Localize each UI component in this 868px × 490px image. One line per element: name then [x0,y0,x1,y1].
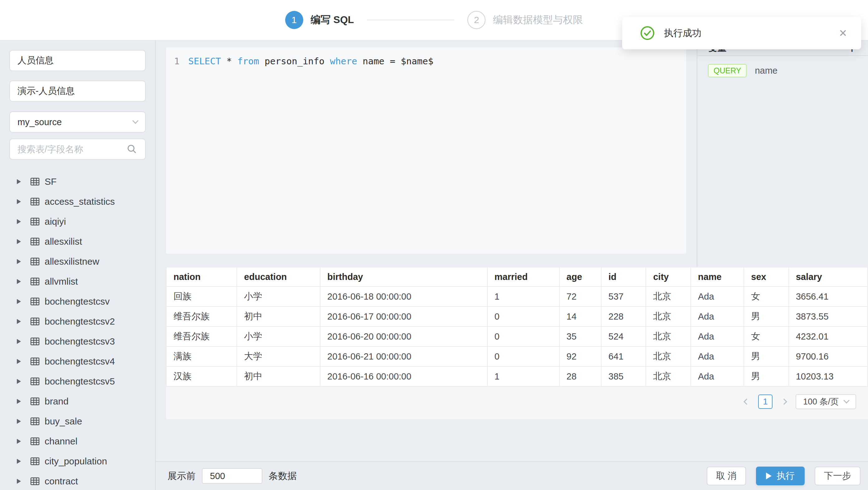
tree-item-buy_sale[interactable]: buy_sale [9,411,146,431]
caret-right-icon[interactable] [17,339,21,344]
table-cell: 男 [744,306,788,327]
next-step-button[interactable]: 下一步 [815,467,861,485]
tree-item-bochengtestcsv5[interactable]: bochengtestcsv5 [9,371,146,391]
tree-item-bochengtestcsv3[interactable]: bochengtestcsv3 [9,332,146,351]
table-cell: Ada [691,327,744,346]
table-cell: 北京 [646,366,690,387]
caret-right-icon[interactable] [17,259,21,264]
table-cell: 2016-06-20 00:00:00 [320,327,487,346]
table-cell: 0 [487,306,559,327]
table-name: city_population [44,456,107,467]
table-tree: SFaccess_statisticsaiqiyiallesxilistalle… [9,172,146,490]
table-row: 维吾尔族小学2016-06-20 00:00:00035524北京Ada女423… [166,327,868,346]
step-2: 2 编辑数据模型与权限 [467,11,583,29]
tree-item-city_population[interactable]: city_population [9,451,146,471]
footer-actions: 取 消 执行 下一步 [707,467,861,485]
dataset-display-name-input[interactable] [9,81,146,102]
table-row: 汉族初中2016-06-16 00:00:00128385北京Ada男10203… [166,366,868,387]
datasource-select[interactable]: my_source [9,112,146,133]
page-size-select[interactable]: 100 条/页 [796,394,856,409]
caret-right-icon[interactable] [17,279,21,284]
table-cell: 女 [744,327,788,346]
pagination: 1 100 条/页 [166,387,868,409]
cancel-button[interactable]: 取 消 [707,467,746,485]
search-field[interactable] [9,139,146,160]
main-area: 1 SELECT * from person_info where name =… [156,40,868,490]
chevron-left-icon [744,399,750,405]
tree-item-contract[interactable]: contract [9,471,146,490]
variable-name: name [755,65,777,76]
table-icon [30,417,40,426]
tree-item-bochengtestcsv4[interactable]: bochengtestcsv4 [9,351,146,371]
dataset-name-input[interactable] [9,50,146,71]
tree-item-aiqiyi[interactable]: aiqiyi [9,212,146,232]
step-1: 1 编写 SQL [285,11,354,29]
close-icon[interactable]: × [839,27,847,40]
caret-right-icon[interactable] [17,179,21,184]
table-name: allesxilistnew [44,256,99,267]
prev-page-button[interactable] [742,397,751,406]
caret-right-icon[interactable] [17,299,21,304]
table-cell: 385 [601,366,646,387]
table-cell: 2016-06-16 00:00:00 [320,366,487,387]
column-header-married: married [487,267,559,286]
table-cell: 2016-06-21 00:00:00 [320,346,487,366]
caret-right-icon[interactable] [17,379,21,384]
caret-right-icon[interactable] [17,239,21,244]
table-cell: 女 [744,286,788,306]
table-cell: Ada [691,306,744,327]
table-name: bochengtestcsv4 [44,356,115,367]
line-number: 1 [174,55,179,67]
execute-button[interactable]: 执行 [756,467,805,485]
caret-right-icon[interactable] [17,479,21,484]
tree-item-SF[interactable]: SF [9,172,146,192]
caret-right-icon[interactable] [17,459,21,464]
column-header-city: city [646,267,690,286]
caret-right-icon[interactable] [17,219,21,224]
table-cell: 92 [559,346,601,366]
table-cell: 北京 [646,346,690,366]
caret-right-icon[interactable] [17,319,21,324]
table-cell: 1 [487,286,559,306]
step-2-badge: 2 [467,11,486,29]
caret-right-icon[interactable] [17,399,21,404]
tree-item-allvmlist[interactable]: allvmlist [9,272,146,292]
table-name: bochengtestcsv5 [44,376,115,387]
column-header-birthday: birthday [320,267,487,286]
table-cell: 641 [601,346,646,366]
table-cell: 10203.13 [789,366,868,387]
table-cell: 维吾尔族 [166,327,237,346]
next-page-button[interactable] [779,397,789,406]
row-limit-input[interactable] [202,468,262,484]
tree-item-bochengtestcsv2[interactable]: bochengtestcsv2 [9,311,146,332]
caret-right-icon[interactable] [17,359,21,364]
table-icon [30,297,40,306]
sql-editor[interactable]: 1 SELECT * from person_info where name =… [166,48,686,254]
caret-right-icon[interactable] [17,419,21,424]
stepper: 1 编写 SQL 2 编辑数据模型与权限 [285,11,583,29]
tree-item-bochengtestcsv[interactable]: bochengtestcsv [9,292,146,311]
table-cell: 小学 [237,327,320,346]
caret-right-icon[interactable] [17,439,21,444]
tree-item-brand[interactable]: brand [9,391,146,411]
toast-message: 执行成功 [664,27,839,40]
table-name: access_statistics [44,196,115,207]
table-cell: 北京 [646,306,690,327]
column-header-sex: sex [744,267,788,286]
step-1-badge: 1 [285,11,303,29]
tree-item-allesxilist[interactable]: allesxilist [9,232,146,251]
current-page-button[interactable]: 1 [758,395,773,409]
caret-right-icon[interactable] [17,199,21,204]
table-name: contract [44,476,78,487]
table-cell: 初中 [237,306,320,327]
tree-item-access_statistics[interactable]: access_statistics [9,192,146,212]
tree-item-allesxilistnew[interactable]: allesxilistnew [9,251,146,272]
sql-keyword: SELECT [188,56,221,66]
step-connector [367,20,454,20]
tree-item-channel[interactable]: channel [9,431,146,451]
search-input[interactable] [18,144,126,154]
table-cell: 524 [601,327,646,346]
step-1-label: 编写 SQL [311,13,354,27]
table-cell: 14 [559,306,601,327]
table-icon [30,197,40,206]
